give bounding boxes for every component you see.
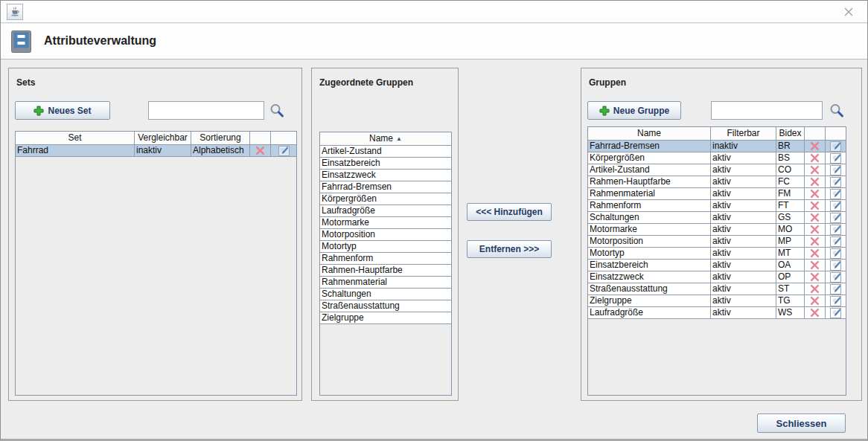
delete-row-icon[interactable] [810,236,820,246]
edit-cell [826,212,846,224]
delete-cell [805,200,826,212]
table-row[interactable]: StraßenausstattungaktivST [588,283,846,295]
edit-row-icon[interactable] [830,248,841,259]
edit-row-icon[interactable] [830,260,841,271]
table-row[interactable]: Motormarke [320,217,451,229]
filterbar-cell: aktiv [711,283,776,295]
col-header-filterbar[interactable]: Filterbar [711,127,776,141]
groups-table: Name Filterbar Bidex Fahrrad-Bremseninak… [587,126,846,396]
table-row[interactable]: Schaltungen [320,289,451,300]
col-header-vergleichbar[interactable]: Vergleichbar [135,132,191,145]
edit-row-icon[interactable] [830,141,841,152]
col-header-set[interactable]: Set [16,132,135,145]
edit-row-icon[interactable] [830,153,841,164]
edit-row-icon[interactable] [830,296,841,306]
table-row[interactable]: RahmenmaterialaktivFM [588,188,846,200]
new-set-button[interactable]: Neues Set [15,101,110,120]
table-row[interactable]: Rahmen-HauptfarbeaktivFC [588,176,846,188]
delete-row-icon[interactable] [810,177,820,187]
table-row[interactable]: Motorposition [320,229,451,241]
delete-row-icon[interactable] [810,153,820,163]
edit-row-icon[interactable] [830,284,841,294]
table-row[interactable]: RahmenformaktivFT [588,200,846,212]
edit-row-icon[interactable] [830,189,841,199]
col-header-name[interactable]: Name [588,127,711,141]
table-row[interactable]: Laufradgröße [320,205,451,217]
delete-row-icon[interactable] [810,296,820,306]
table-row[interactable]: LaufradgrößeaktivWS [588,307,846,319]
delete-row-icon[interactable] [810,165,820,175]
search-icon[interactable] [829,103,845,122]
table-row[interactable]: Artikel-Zustand [320,146,451,158]
close-dialog-button[interactable]: Schliessen [757,413,846,433]
plus-icon [599,106,610,116]
table-row[interactable]: Artikel-ZustandaktivCO [588,164,846,176]
bidex-cell: BS [776,152,805,164]
table-row[interactable]: Einsatzzweck [320,170,451,181]
table-row[interactable]: EinsatzzweckaktivOP [588,271,846,283]
table-row[interactable]: Rahmenform [320,253,451,265]
add-groups-button[interactable]: <<< Hinzufügen [467,203,552,221]
edit-row-icon[interactable] [830,213,841,223]
sets-search-input[interactable] [148,101,264,120]
col-header-bidex[interactable]: Bidex [776,127,805,141]
table-row[interactable]: EinsatzbereichaktivOA [588,260,846,271]
table-row[interactable]: Zielgruppe [320,312,451,324]
delete-row-icon[interactable] [810,201,820,210]
remove-groups-button-label: Entfernen >>> [479,244,539,254]
table-row[interactable]: ZielgruppeaktivTG [588,295,846,307]
col-header-sortierung[interactable]: Sortierung [191,132,250,145]
edit-row-icon[interactable] [830,272,841,283]
bidex-cell: MP [776,236,805,248]
edit-row-icon[interactable] [278,146,290,156]
new-group-button[interactable]: Neue Gruppe [587,101,681,120]
table-row[interactable]: FahrradinaktivAlphabetisch [16,145,296,157]
table-row[interactable]: Rahmen-Hauptfarbe [320,265,451,277]
delete-row-icon[interactable] [810,141,820,151]
table-row[interactable]: Körpergrößen [320,193,451,205]
edit-row-icon[interactable] [830,236,841,247]
table-row[interactable]: Straßenausstattung [320,300,451,312]
bidex-cell: TG [776,295,805,307]
attribute-management-window: Attributeverwaltung Sets Neues Set Set V… [0,0,868,441]
edit-row-icon[interactable] [830,225,841,235]
col-header-edit [826,127,846,141]
edit-row-icon[interactable] [830,308,841,318]
name-cell: Motormarke [588,224,711,236]
name-cell: Einsatzzweck [588,271,711,283]
plus-icon [33,106,44,116]
col-header-name[interactable]: Name▲ [320,132,451,146]
edit-row-icon[interactable] [830,177,841,187]
sets-panel: Sets Neues Set Set Vergleichbar Sortieru… [8,68,302,401]
bidex-cell: OP [776,271,805,283]
edit-row-icon[interactable] [830,165,841,176]
table-row[interactable]: MotorpositionaktivMP [588,236,846,248]
search-icon[interactable] [269,103,285,122]
col-header-delete [805,127,826,141]
delete-row-icon[interactable] [810,284,820,294]
table-row[interactable]: Motortyp [320,241,451,253]
table-row[interactable]: Einsatzbereich [320,158,451,170]
delete-row-icon[interactable] [810,308,820,318]
edit-row-icon[interactable] [830,201,841,211]
delete-row-icon[interactable] [810,260,820,270]
delete-row-icon[interactable] [255,146,265,155]
table-row[interactable]: Rahmenmaterial [320,277,451,289]
groups-search-input[interactable] [711,101,823,120]
name-cell: Zielgruppe [588,295,711,307]
delete-row-icon[interactable] [810,225,820,234]
window-close-button[interactable] [839,4,858,20]
remove-groups-button[interactable]: Entfernen >>> [467,240,552,258]
delete-row-icon[interactable] [810,189,820,199]
delete-row-icon[interactable] [810,272,820,282]
table-row[interactable]: MotortypaktivMT [588,248,846,260]
delete-cell [805,283,826,295]
delete-row-icon[interactable] [810,248,820,258]
filterbar-cell: aktiv [711,271,776,283]
table-row[interactable]: SchaltungenaktivGS [588,212,846,224]
table-row[interactable]: MotormarkeaktivMO [588,224,846,236]
table-row[interactable]: KörpergrößenaktivBS [588,152,846,164]
delete-row-icon[interactable] [810,213,820,222]
table-row[interactable]: Fahrrad-BremseninaktivBR [588,141,846,152]
table-row[interactable]: Fahrrad-Bremsen [320,181,451,193]
